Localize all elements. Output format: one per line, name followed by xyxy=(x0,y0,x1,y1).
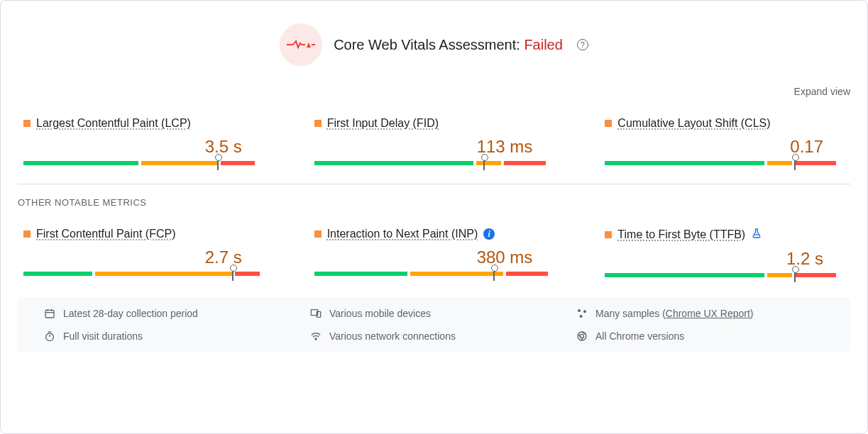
metric-value-inp: 380 ms xyxy=(314,247,560,267)
metric-fid: First Input Delay (FID) 113 ms xyxy=(314,117,560,165)
svg-point-12 xyxy=(583,310,586,313)
distribution-bar-ttfb xyxy=(605,273,850,277)
status-square-icon xyxy=(23,230,31,238)
expand-view-link[interactable]: Expand view xyxy=(794,86,850,97)
assessment-title: Core Web Vitals Assessment: Failed xyxy=(334,37,563,53)
svg-point-11 xyxy=(578,309,581,312)
footer-collection-period: Latest 28-day collection period xyxy=(43,307,292,320)
stopwatch-icon xyxy=(43,330,56,343)
status-square-icon xyxy=(23,120,31,127)
metric-name-lcp[interactable]: Largest Contentful Paint (LCP) xyxy=(36,117,191,130)
distribution-bar-fid xyxy=(314,161,560,165)
crux-report-link[interactable]: Chrome UX Report xyxy=(666,308,750,319)
metric-name-inp[interactable]: Interaction to Next Paint (INP) xyxy=(327,228,478,240)
footer-samples: Many samples (Chrome UX Report) xyxy=(576,307,825,320)
metric-cls: Cumulative Layout Shift (CLS) 0.17 xyxy=(605,117,850,165)
metric-inp: Interaction to Next Paint (INP) i 380 ms xyxy=(314,228,560,277)
metric-name-cls[interactable]: Cumulative Layout Shift (CLS) xyxy=(617,117,770,130)
status-square-icon xyxy=(605,231,612,238)
info-icon[interactable]: i xyxy=(483,228,495,240)
metric-name-fid[interactable]: First Input Delay (FID) xyxy=(327,117,439,130)
percentile-marker xyxy=(483,156,485,170)
metric-name-fcp[interactable]: First Contentful Paint (FCP) xyxy=(36,228,176,240)
assessment-title-prefix: Core Web Vitals Assessment: xyxy=(334,37,524,52)
svg-point-13 xyxy=(580,315,583,318)
status-square-icon xyxy=(314,120,322,127)
metric-value-cls: 0.17 xyxy=(605,137,850,157)
assessment-header: Core Web Vitals Assessment: Failed ? xyxy=(18,23,850,66)
percentile-marker xyxy=(794,268,796,282)
footer-durations: Full visit durations xyxy=(43,330,292,343)
percentile-marker xyxy=(217,156,219,170)
calendar-icon xyxy=(43,307,56,320)
footer-devices: Various mobile devices xyxy=(309,307,559,320)
other-metrics-label: OTHER NOTABLE METRICS xyxy=(18,197,850,208)
network-icon xyxy=(309,330,322,343)
distribution-bar-fcp xyxy=(23,272,269,276)
percentile-marker xyxy=(794,156,796,170)
svg-marker-2 xyxy=(307,43,311,48)
metric-name-ttfb[interactable]: Time to First Byte (TTFB) xyxy=(617,228,745,241)
distribution-bar-inp xyxy=(314,272,560,276)
footer-versions: All Chrome versions xyxy=(576,330,825,343)
assessment-status: Failed xyxy=(524,37,562,52)
metric-value-fid: 113 ms xyxy=(314,137,560,157)
percentile-marker xyxy=(232,267,234,281)
metric-value-lcp: 3.5 s xyxy=(23,137,269,157)
distribution-bar-lcp xyxy=(23,161,269,165)
data-summary-footer: Latest 28-day collection period Various … xyxy=(18,297,850,352)
metric-fcp: First Contentful Paint (FCP) 2.7 s xyxy=(23,228,269,277)
svg-point-17 xyxy=(315,338,317,340)
metric-lcp: Largest Contentful Paint (LCP) 3.5 s xyxy=(23,117,269,165)
percentile-marker xyxy=(493,267,495,281)
other-metrics-row: First Contentful Paint (FCP) 2.7 s Inter… xyxy=(23,228,850,277)
help-icon[interactable]: ? xyxy=(577,39,588,50)
metric-value-ttfb: 1.2 s xyxy=(605,249,850,269)
chrome-icon xyxy=(576,330,588,343)
footer-network: Various network connections xyxy=(309,330,559,343)
metric-ttfb: Time to First Byte (TTFB) 1.2 s xyxy=(605,228,850,277)
devices-icon xyxy=(309,307,322,320)
distribution-bar-cls xyxy=(605,161,850,165)
core-web-vitals-card: Core Web Vitals Assessment: Failed ? Exp… xyxy=(0,0,868,434)
section-divider xyxy=(18,184,850,184)
scatter-icon xyxy=(576,307,588,320)
flask-icon[interactable] xyxy=(751,228,762,242)
gauge-failed-icon xyxy=(280,23,322,66)
status-square-icon xyxy=(605,120,612,127)
svg-rect-5 xyxy=(45,310,54,318)
core-metrics-row: Largest Contentful Paint (LCP) 3.5 s Fir… xyxy=(23,117,850,165)
status-square-icon xyxy=(314,230,322,238)
